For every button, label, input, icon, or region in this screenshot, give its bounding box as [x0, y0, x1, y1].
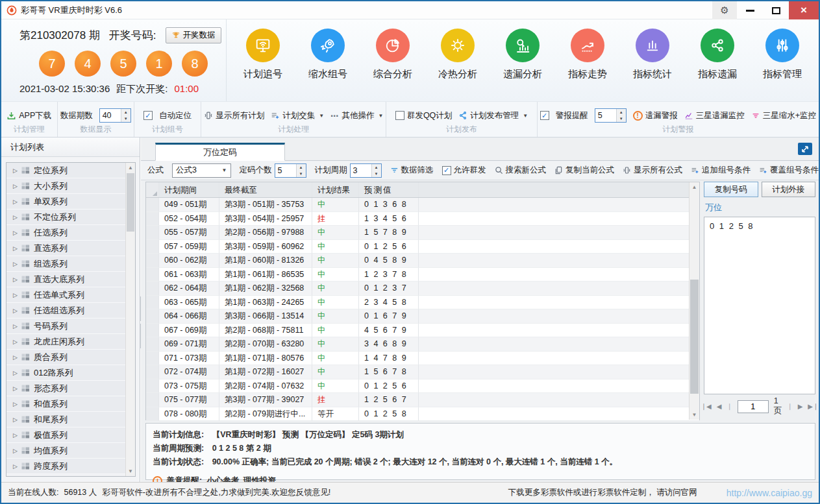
expand-triangle-icon[interactable]: ▷: [13, 370, 18, 376]
plan-external-button[interactable]: 计划外接: [762, 182, 816, 197]
formula-select[interactable]: 公式3▼: [172, 163, 231, 178]
minimize-button[interactable]: [737, 1, 763, 19]
table-row[interactable]: 078 - 080期第2期 - 079期进行中...等开0 1 2 5 8: [146, 407, 699, 422]
table-row[interactable]: 067 - 069期第2期 - 068期 - 75811中4 5 6 7 9: [146, 324, 699, 338]
sidebar-item-龙虎庄闲系列[interactable]: ▷龙虎庄闲系列: [6, 334, 125, 350]
expand-triangle-icon[interactable]: ▷: [13, 276, 18, 283]
sidebar-scrollbar[interactable]: ▲ ▼: [125, 163, 135, 476]
expand-triangle-icon[interactable]: ▷: [13, 230, 18, 236]
sidebar-item-均值系列[interactable]: ▷均值系列: [6, 443, 125, 459]
table-row[interactable]: 062 - 064期第1期 - 062期 - 32568中0 1 2 3 7: [146, 282, 699, 296]
show-all-plans-button[interactable]: 显示所有计划: [204, 110, 264, 121]
expand-triangle-icon[interactable]: ▷: [13, 198, 18, 205]
scroll-down-icon[interactable]: ▼: [690, 410, 699, 420]
table-row[interactable]: 075 - 077期第3期 - 077期 - 39027挂1 2 5 6 7: [146, 393, 699, 407]
table-scrollbar[interactable]: ▲ ▼: [689, 182, 699, 420]
nav-item-指标遗漏[interactable]: 指标遗漏: [685, 29, 750, 80]
nav-item-冷热分析[interactable]: 冷热分析: [425, 29, 490, 80]
table-row[interactable]: 069 - 071期第2期 - 070期 - 63280中3 4 6 8 9: [146, 337, 699, 352]
scroll-up-icon[interactable]: ▲: [126, 163, 135, 173]
expand-triangle-icon[interactable]: ▷: [13, 323, 18, 330]
expand-triangle-icon[interactable]: ▷: [13, 448, 18, 454]
table-row[interactable]: 072 - 074期第1期 - 072期 - 16027中1 5 6 7 8: [146, 365, 699, 379]
official-site-link[interactable]: http://www.caipiao.gg: [727, 488, 812, 498]
sidebar-item-直选大底系列[interactable]: ▷直选大底系列: [6, 272, 125, 287]
first-page-icon[interactable]: ❘◀: [701, 403, 712, 410]
row-selector-cell[interactable]: [146, 324, 159, 338]
other-operations-dropdown[interactable]: ⋯ 其他操作▼: [330, 110, 383, 121]
maximize-button[interactable]: [763, 1, 789, 19]
nav-item-指标走势[interactable]: 指标走势: [555, 29, 620, 80]
append-group-condition-button[interactable]: 追加组号条件: [691, 165, 751, 176]
stepper-arrows-icon[interactable]: ▲▼: [121, 109, 130, 122]
alert-remind-checkbox[interactable]: ✓: [540, 111, 549, 120]
row-selector-cell[interactable]: [146, 296, 159, 310]
nav-item-指标统计[interactable]: 指标统计: [620, 29, 685, 80]
stepper-arrows-icon[interactable]: ▲▼: [371, 164, 381, 177]
prev-page-icon[interactable]: ◀: [717, 403, 722, 410]
expand-triangle-icon[interactable]: ▷: [13, 432, 18, 438]
row-selector-cell[interactable]: [146, 226, 159, 240]
last-page-icon[interactable]: ▶❘: [808, 403, 818, 410]
expand-triangle-icon[interactable]: ▷: [13, 463, 18, 470]
sidebar-item-质合系列[interactable]: ▷质合系列: [6, 350, 125, 365]
row-selector-cell[interactable]: [146, 407, 159, 422]
row-selector-cell[interactable]: [146, 393, 159, 407]
row-selector-cell[interactable]: [146, 198, 159, 212]
show-all-formula-button[interactable]: 显示所有公式: [623, 165, 682, 176]
nav-item-缩水组号[interactable]: 缩水组号: [295, 29, 360, 80]
table-row[interactable]: 064 - 066期第3期 - 066期 - 13514中0 1 6 7 9: [146, 309, 699, 324]
table-row[interactable]: 057 - 059期第3期 - 059期 - 60962中0 1 2 5 6: [146, 240, 699, 254]
sidebar-item-号码系列[interactable]: ▷号码系列: [6, 318, 125, 334]
row-selector-cell[interactable]: [146, 182, 159, 197]
qq-send-checkbox-box[interactable]: [395, 111, 404, 120]
override-group-condition-button[interactable]: 覆盖组号条件: [759, 165, 819, 176]
expand-triangle-icon[interactable]: ▷: [13, 354, 18, 361]
copy-number-button[interactable]: 复制号码: [704, 182, 758, 197]
stepper-arrows-icon[interactable]: ▲▼: [616, 109, 626, 122]
stepper-arrows-icon[interactable]: ▲▼: [296, 164, 306, 177]
close-button[interactable]: ×: [789, 1, 819, 19]
row-selector-cell[interactable]: [146, 268, 159, 282]
three-star-shrink-monitor-button[interactable]: 三星缩水+监控: [751, 110, 816, 121]
nav-item-综合分析[interactable]: 综合分析: [360, 29, 425, 80]
nav-item-计划追号[interactable]: 计划追号: [230, 29, 295, 80]
expand-triangle-icon[interactable]: ▷: [13, 167, 18, 174]
row-selector-cell[interactable]: [146, 282, 159, 296]
next-page-icon[interactable]: ▶: [798, 403, 803, 410]
sidebar-item-大小系列[interactable]: ▷大小系列: [6, 178, 125, 194]
row-selector-cell[interactable]: [146, 240, 159, 254]
sidebar-item-单双系列[interactable]: ▷单双系列: [6, 194, 125, 210]
sidebar-item-直选系列[interactable]: ▷直选系列: [6, 241, 125, 256]
sidebar-item-定位系列[interactable]: ▷定位系列: [6, 163, 125, 178]
table-row[interactable]: 052 - 054期第3期 - 054期 - 25957挂1 3 4 5 6: [146, 212, 699, 226]
row-selector-cell[interactable]: [146, 365, 159, 379]
sidebar-item-012路系列[interactable]: ▷012路系列: [6, 365, 125, 381]
digit-count-stepper[interactable]: 5▲▼: [275, 163, 306, 178]
expand-panel-button[interactable]: [798, 143, 812, 155]
table-row[interactable]: 055 - 057期第2期 - 056期 - 97988中1 5 7 8 9: [146, 226, 699, 240]
sidebar-item-形态系列[interactable]: ▷形态系列: [6, 381, 125, 396]
copy-formula-button[interactable]: 复制当前公式: [554, 165, 614, 176]
app-download-button[interactable]: APP下载: [6, 110, 51, 121]
settings-gear-icon[interactable]: ⚙: [712, 1, 737, 19]
scroll-down-icon[interactable]: ▼: [126, 466, 135, 476]
data-period-stepper[interactable]: 40▲▼: [99, 108, 131, 123]
data-filter-button[interactable]: 数据筛选: [390, 165, 434, 176]
table-row[interactable]: 063 - 065期第1期 - 063期 - 24265中2 3 4 5 8: [146, 296, 699, 310]
sidebar-item-组选系列[interactable]: ▷组选系列: [6, 256, 125, 272]
table-row[interactable]: 071 - 073期第1期 - 071期 - 80576中1 4 7 8 9: [146, 352, 699, 366]
plan-intersect-dropdown[interactable]: 计划交集▼: [271, 110, 324, 121]
auto-position-checkbox[interactable]: ✓: [143, 111, 153, 120]
row-selector-cell[interactable]: [146, 379, 159, 394]
expand-triangle-icon[interactable]: ▷: [13, 261, 18, 267]
allow-send-checkbox[interactable]: ✓ 允许群发: [442, 165, 486, 176]
publish-manage-dropdown[interactable]: 计划发布管理▼: [458, 110, 528, 121]
sidebar-item-任选系列[interactable]: ▷任选系列: [6, 225, 125, 241]
expand-triangle-icon[interactable]: ▷: [13, 292, 18, 298]
sidebar-item-极值系列[interactable]: ▷极值系列: [6, 427, 125, 443]
draw-data-button[interactable]: 开奖数据: [166, 27, 221, 43]
table-row[interactable]: 049 - 051期第3期 - 051期 - 35753中0 1 3 6 8: [146, 198, 699, 212]
row-selector-cell[interactable]: [146, 309, 159, 324]
expand-triangle-icon[interactable]: ▷: [13, 416, 18, 423]
